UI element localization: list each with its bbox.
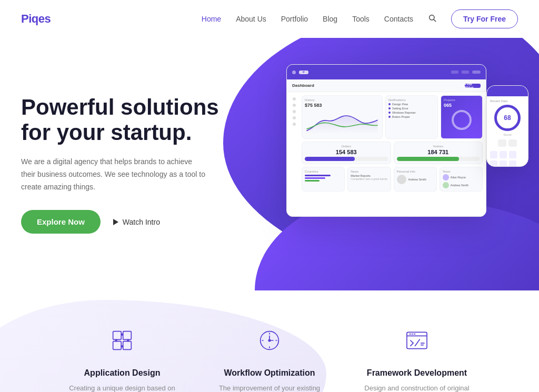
team-label: Team [443,170,480,173]
svg-line-20 [411,343,413,346]
stat2-value: 184 731 [397,149,480,155]
notif-text: Button Proper [392,115,410,118]
notif-dot [388,112,391,114]
widget-stat2: Visitors 184 731 [394,142,483,164]
feature-title-2: Framework Development [359,368,475,378]
db-bottom-row: Countries News Market Reports Competitio… [302,167,483,192]
feature-framework-development: Framework Development Design and constru… [359,322,475,392]
db-avatar [472,71,481,74]
phone-gauge-label: Score [490,133,525,136]
svg-rect-2 [113,331,122,340]
logo: Piqes [21,12,51,26]
widget-team: Team Alice Royce Andrew Smith [440,167,483,192]
hero-content: Powerful solutions for your startup. We … [21,95,219,234]
nav-item-home[interactable]: Home [202,15,221,23]
hero-headline-line2: for your startup. [21,120,192,145]
countries-label: Countries [305,170,342,173]
main-nav: Home About Us Portfolio Blog Tools Conta… [202,9,518,28]
nav-item-blog[interactable]: Blog [323,15,337,23]
notifications-label: Notifications [388,98,435,102]
db-icon2 [462,71,469,74]
svg-line-21 [415,339,420,346]
news-label: News [351,170,387,173]
db-logo: P [299,71,308,74]
history-value: $75 583 [305,103,380,108]
svg-line-1 [434,19,436,22]
phone-action-dots [490,139,525,147]
notification-item: Button Proper [388,115,435,118]
clock-icon [251,322,288,359]
hero-headline: Powerful solutions for your startup. [21,95,219,146]
feature-desc-1: The improvement of your existing workflo… [212,383,327,392]
widget-history: History $75 583 [302,95,383,139]
author-name: Andrew Smith [408,178,426,181]
puzzle-icon [104,322,141,359]
hero-mockup: P Dashboard + Add Widget [271,54,534,243]
nav-item-portfolio[interactable]: Portfolio [281,15,308,23]
feature-application-design: Application Design Creating a unique des… [64,322,180,392]
watch-intro-button[interactable]: Watch Intro [113,218,160,226]
projects-label: Projects [444,98,480,102]
search-icon[interactable] [428,14,436,24]
watch-intro-label: Watch Intro [123,218,160,226]
phone-card: Recent Data 68 Score [486,85,528,167]
notif-text: Windows Repman [392,111,416,114]
notif-dot [388,103,391,105]
svg-point-13 [268,339,270,341]
hero-description: We are a digital agency that helps brand… [21,156,205,193]
phone-icons [490,151,525,167]
hero-buttons: Explore Now Watch Intro [21,210,219,234]
db-sidebar [290,95,298,213]
dashboard-card: P Dashboard + Add Widget [286,64,486,217]
chart-svg [305,110,380,134]
widget-news: News Market Reports Competition sets a g… [347,167,391,192]
notif-dot [388,116,391,118]
widget-stat1: Orders 154 583 [302,142,391,164]
widget-countries: Countries [302,167,345,192]
feature-desc-0: Creating a unique design based on your r… [64,383,180,392]
features-section: Application Design Creating a unique des… [0,290,539,392]
db-body: History $75 583 [287,92,486,216]
feature-desc-2: Design and construction of original fram… [359,383,475,392]
phone-topbar [487,86,528,96]
feature-title-1: Workflow Optimization [212,368,327,378]
svg-rect-5 [123,341,132,350]
header: Piqes Home About Us Portfolio Blog Tools… [0,0,539,38]
phone-gauge-value: 68 [504,114,511,122]
dashboard-title: Dashboard [292,83,314,88]
svg-rect-3 [123,331,132,340]
svg-line-19 [411,340,413,343]
svg-rect-14 [407,332,427,348]
play-icon [113,219,118,225]
try-for-free-button[interactable]: Try For Free [451,9,518,28]
widget-personal-info: Personal Info Andrew Smith [394,167,437,192]
db-stats-row: Orders 154 583 Visitors 184 731 [302,142,483,164]
db-dot-1 [292,71,296,74]
db-add-btn: + Add Widget [465,84,481,88]
explore-now-button[interactable]: Explore Now [21,210,101,234]
nav-item-about[interactable]: About Us [236,15,266,23]
code-icon [398,322,435,359]
projects-value: 065 [444,103,480,108]
widget-notifications: Notifications Design FlowSetting ErrorWi… [385,95,438,139]
notification-item: Setting Error [388,107,435,110]
stat1-value: 154 583 [305,149,388,155]
notifications-list: Design FlowSetting ErrorWindows RepmanBu… [388,103,435,118]
projects-gauge [452,110,472,130]
hero-section: Powerful solutions for your startup. We … [0,38,539,290]
notification-item: Windows Repman [388,111,435,114]
history-label: History [305,98,380,102]
notif-dot [388,107,391,109]
personal-info-label: Personal Info [397,170,434,173]
logo-text: Piqes [21,12,51,25]
db-topbar: P [287,65,486,79]
db-main: History $75 583 [302,95,483,213]
phone-body: Recent Data 68 Score [487,96,528,167]
db-top-row: History $75 583 [302,95,483,139]
notif-text: Setting Error [392,107,408,110]
phone-gauge: 68 [494,105,521,131]
nav-item-contacts[interactable]: Contacts [384,15,413,23]
notification-item: Design Flow [388,103,435,106]
nav-item-tools[interactable]: Tools [352,15,370,23]
hero-headline-line1: Powerful solutions [21,95,219,119]
